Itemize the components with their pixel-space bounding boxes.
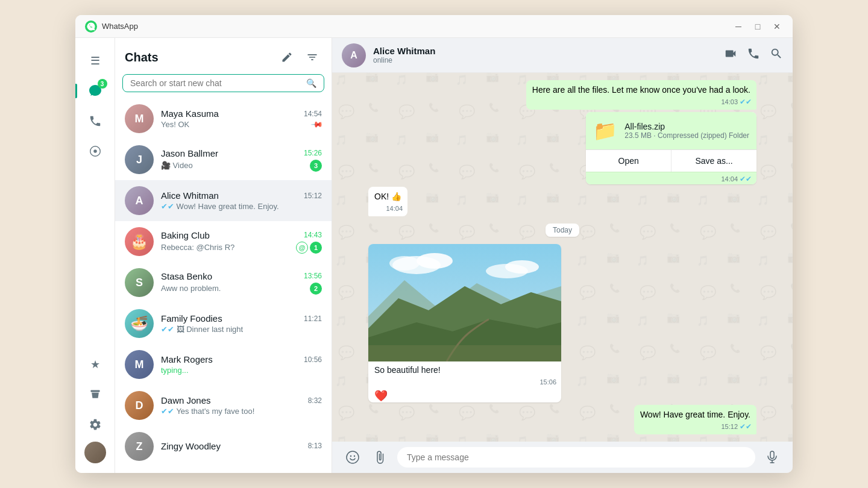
chat-info-zingy: Zingy Woodley 8:13 (161, 441, 322, 452)
avatar-alice: A (125, 186, 154, 215)
sidebar-calls-icon[interactable] (82, 108, 108, 134)
chat-header: A Alice Whitman online (332, 38, 793, 73)
chat-item-baking[interactable]: 🎂 Baking Club 14:43 Rebecca: @Chris R? @… (115, 221, 332, 262)
sidebar-chats-icon[interactable]: 3 (82, 78, 108, 104)
photo-reaction[interactable]: ❤️ (368, 388, 561, 403)
message-time-3: 14:04 (386, 204, 403, 213)
chat-time-mark: 10:56 (304, 355, 322, 364)
svg-point-2 (93, 149, 97, 153)
attachment-button[interactable] (370, 446, 391, 468)
chat-time-alice: 15:12 (304, 192, 322, 200)
app-title: WhatsApp (102, 22, 732, 31)
chat-name-maya: Maya Kasuma (161, 108, 219, 119)
minimize-button[interactable]: ─ (732, 20, 744, 33)
file-icon: 📁 (593, 119, 617, 142)
file-details: All-files.zip 23.5 MB · Compressed (zipp… (624, 122, 749, 140)
chat-item-alice[interactable]: A Alice Whitman 15:12 ✔✔ Wow! Have great… (115, 180, 332, 221)
svg-point-11 (417, 253, 453, 269)
sidebar-starred-icon[interactable]: ★ (82, 351, 108, 378)
sidebar-menu-icon[interactable]: ☰ (82, 48, 108, 74)
photo-time: 15:06 (539, 378, 556, 386)
sidebar-archived-icon[interactable] (82, 381, 108, 408)
svg-point-12 (389, 256, 420, 271)
chat-time-maya: 14:54 (304, 110, 322, 118)
chat-area: 💬 📷 🎵 📞 A Alice Whitman online (332, 38, 793, 473)
message-time-6: 15:12 ✔✔ (721, 422, 752, 432)
date-divider-today: Today (368, 226, 756, 234)
unread-badge-stasa: 2 (310, 283, 322, 295)
sidebar-status-icon[interactable] (82, 138, 108, 164)
avatar-zingy: Z (125, 432, 154, 461)
chat-name-zingy: Zingy Woodley (161, 441, 221, 451)
file-open-button[interactable]: Open (586, 150, 671, 172)
chat-time-baking: 14:43 (304, 231, 322, 239)
search-input[interactable] (130, 78, 306, 88)
chat-item-family[interactable]: 🍜 Family Foodies 11:21 ✔✔ 🖼 Dinner last … (115, 303, 332, 344)
chat-preview-baking: Rebecca: @Chris R? (161, 243, 292, 252)
chat-item-stasa[interactable]: S Stasa Benko 13:56 Aww no problem. 2 (115, 262, 332, 303)
chat-info-mark: Mark Rogers 10:56 typing... (161, 354, 322, 375)
chat-item-zingy[interactable]: Z Zingy Woodley 8:13 (115, 426, 332, 467)
svg-rect-3 (90, 390, 99, 392)
chat-preview-stasa: Aww no problem. (161, 284, 306, 293)
avatar-baking: 🎂 (125, 227, 154, 256)
emoji-button[interactable] (342, 446, 363, 468)
avatar-dawn: D (125, 391, 154, 420)
chat-item-maya[interactable]: M Maya Kasuma 14:54 Yes! OK 📌 (115, 98, 332, 139)
chat-name-mark: Mark Rogers (161, 354, 213, 364)
chat-time-dawn: 8:32 (308, 396, 322, 405)
unread-count-baking: 1 (310, 242, 322, 254)
unread-badge-jason: 3 (310, 160, 322, 172)
file-name: All-files.zip (624, 122, 749, 131)
search-container: 🔍 (115, 72, 332, 98)
file-actions: Open Save as... (586, 149, 756, 172)
file-meta: 23.5 MB · Compressed (zipped) Folder (624, 131, 749, 140)
chat-preview-family: ✔✔ 🖼 Dinner last night (161, 325, 322, 334)
sidebar-bottom-icons: ★ (82, 351, 108, 463)
chat-name-baking: Baking Club (161, 230, 210, 240)
close-button[interactable]: ✕ (771, 20, 783, 33)
file-info-row: 📁 All-files.zip 23.5 MB · Compressed (zi… (586, 112, 756, 149)
search-box: 🔍 (122, 74, 324, 92)
video-call-button[interactable] (724, 47, 737, 63)
maximize-button[interactable]: □ (752, 20, 764, 33)
message-input[interactable] (397, 447, 755, 468)
chat-list-actions (277, 48, 322, 67)
chat-item-jason[interactable]: J Jason Ballmer 15:26 🎥 Video 3 (115, 139, 332, 180)
sidebar-settings-icon[interactable] (82, 411, 108, 438)
chat-item-dawn[interactable]: D Dawn Jones 8:32 ✔✔ Yes that's my fave … (115, 385, 332, 426)
titlebar-controls: ─ □ ✕ (732, 20, 783, 33)
icon-sidebar: ☰ 3 (75, 38, 115, 473)
voice-call-button[interactable] (747, 47, 760, 63)
chat-info-stasa: Stasa Benko 13:56 Aww no problem. 2 (161, 271, 322, 295)
photo-caption: So beautiful here! 15:06 (368, 361, 561, 388)
search-chat-button[interactable] (770, 47, 783, 63)
chat-item-mark[interactable]: M Mark Rogers 10:56 typing... (115, 344, 332, 385)
app-body: ☰ 3 (75, 38, 793, 473)
sidebar-user-avatar[interactable] (84, 442, 106, 463)
chat-header-info: Alice Whitman online (373, 46, 724, 64)
avatar-jason: J (125, 145, 154, 174)
date-divider-label: Today (546, 224, 579, 237)
new-chat-button[interactable] (277, 48, 297, 67)
chat-info-alice: Alice Whitman 15:12 ✔✔ Wow! Have great t… (161, 190, 322, 211)
chat-list: M Maya Kasuma 14:54 Yes! OK 📌 J (115, 98, 332, 473)
chat-header-avatar[interactable]: A (342, 43, 366, 67)
chat-list-title: Chats (125, 51, 159, 64)
messages-area[interactable]: Here are all the files. Let me know once… (332, 73, 793, 442)
message-photo-5: So beautiful here! 15:06 ❤️ (368, 244, 561, 403)
chat-name-jason: Jason Ballmer (161, 148, 218, 158)
message-sent-1: Here are all the files. Let me know once… (526, 80, 756, 110)
chat-info-jason: Jason Ballmer 15:26 🎥 Video 3 (161, 148, 322, 172)
avatar-mark: M (125, 350, 154, 379)
message-text-3: OK! 👍 (374, 192, 401, 201)
filter-button[interactable] (303, 48, 322, 67)
chat-time-zingy: 8:13 (308, 442, 322, 450)
tick-1: ✔✔ (740, 97, 752, 107)
chat-preview-alice: ✔✔ Wow! Have great time. Enjoy. (161, 202, 322, 211)
file-save-button[interactable]: Save as... (671, 150, 756, 172)
chat-preview-mark: typing... (161, 366, 322, 375)
chat-info-baking: Baking Club 14:43 Rebecca: @Chris R? @ 1 (161, 230, 322, 254)
message-input-area (332, 442, 793, 473)
voice-message-button[interactable] (761, 446, 783, 468)
